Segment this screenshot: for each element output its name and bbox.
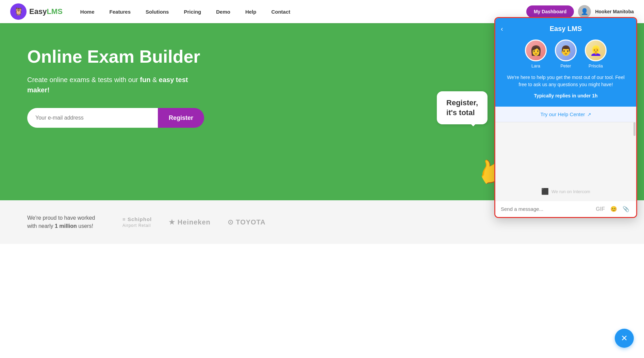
chat-reply-time: Typically replies in under 1h [502,93,629,98]
chat-actions: GIF 😊 📎 [594,205,631,213]
nav-links: Home Features Solutions Pricing Demo Hel… [73,0,526,23]
hero-subtitle-and: & [150,76,159,83]
hero-subtitle-fun: fun [140,76,150,83]
speech-line2: it's total [446,108,475,117]
agent-lara-name: Lara [531,63,540,68]
brands-text: We're proud to have worked with nearly 1… [27,214,102,230]
agents-row: 👩 Lara 👨 Peter 👱‍♀️ Priscila [502,40,629,68]
attach-button[interactable]: 📎 [621,205,631,213]
chat-footer: GIF 😊 📎 [495,201,636,217]
agent-priscila: 👱‍♀️ Priscila [585,40,607,68]
logo[interactable]: 🦉 EasyLMS [10,3,63,20]
agent-priscila-name: Priscila [589,63,603,68]
brand-schiphol: ≡ SchipholAirport Retail [122,216,152,228]
chat-help-center[interactable]: Try our Help Center ↗ [495,107,636,122]
user-avatar[interactable]: 👤 [578,5,591,18]
chat-message-input[interactable] [501,206,591,212]
help-center-link[interactable]: Try our Help Center [540,111,585,117]
gif-button[interactable]: GIF [594,205,606,213]
logo-easy: Easy [29,7,47,16]
logo-text: EasyLMS [29,7,63,16]
brands-end: users! [77,223,93,229]
hero-title: Online Exam Builder [27,47,218,66]
logo-owl-icon: 🦉 [10,3,27,20]
chat-scrollbar-thumb [633,122,635,136]
nav-pricing[interactable]: Pricing [176,0,209,23]
intercom-text: We run on Intercom [551,189,590,194]
nav-home[interactable]: Home [73,0,102,23]
nav-features[interactable]: Features [102,0,138,23]
emoji-button[interactable]: 😊 [609,205,618,213]
hero-subtitle: Create online exams & tests with our fun… [27,75,204,95]
agent-peter-avatar: 👨 [555,40,577,61]
agent-lara: 👩 Lara [525,40,547,68]
agent-peter: 👨 Peter [555,40,577,68]
email-register-row: Register [27,108,204,128]
chat-back-button[interactable]: ‹ [501,25,503,33]
nav-help[interactable]: Help [238,0,264,23]
register-button[interactable]: Register [158,108,204,128]
nav-right: My Dashboard 👤 Hooker Manitoba [526,5,634,18]
chat-description: We're here to help you get the most out … [502,74,629,88]
intercom-icon: ⬛ [541,188,549,195]
email-input[interactable] [27,108,158,128]
agent-peter-name: Peter [560,63,571,68]
nav-contact[interactable]: Contact [264,0,298,23]
hero-subtitle-plain: Create online exams & tests with our [27,76,140,83]
dashboard-button[interactable]: My Dashboard [526,5,574,18]
logo-lms: LMS [47,7,62,16]
chat-widget: ‹ Easy LMS 👩 Lara 👨 Peter 👱‍♀️ Priscila … [494,17,637,218]
brand-toyota: ⊙ TOYOTA [228,218,266,226]
chat-title: Easy LMS [502,25,629,33]
nav-solutions[interactable]: Solutions [138,0,176,23]
nav-demo[interactable]: Demo [209,0,238,23]
chat-header: ‹ Easy LMS 👩 Lara 👨 Peter 👱‍♀️ Priscila … [495,18,636,107]
user-name[interactable]: Hooker Manitoba [595,9,634,14]
agent-lara-avatar: 👩 [525,40,547,61]
brand-heineken: ★ Heineken [169,218,210,226]
speech-line1: Register, [446,98,478,107]
chat-intercom-badge: ⬛ We run on Intercom [495,188,636,195]
brands-bold: 1 million [55,223,77,229]
agent-priscila-avatar: 👱‍♀️ [585,40,607,61]
external-link-icon: ↗ [587,112,591,117]
speech-bubble: Register, it's total [437,91,488,124]
brand-logos: ≡ SchipholAirport Retail ★ Heineken ⊙ TO… [122,216,617,228]
chat-body[interactable]: ⬛ We run on Intercom [495,122,636,201]
